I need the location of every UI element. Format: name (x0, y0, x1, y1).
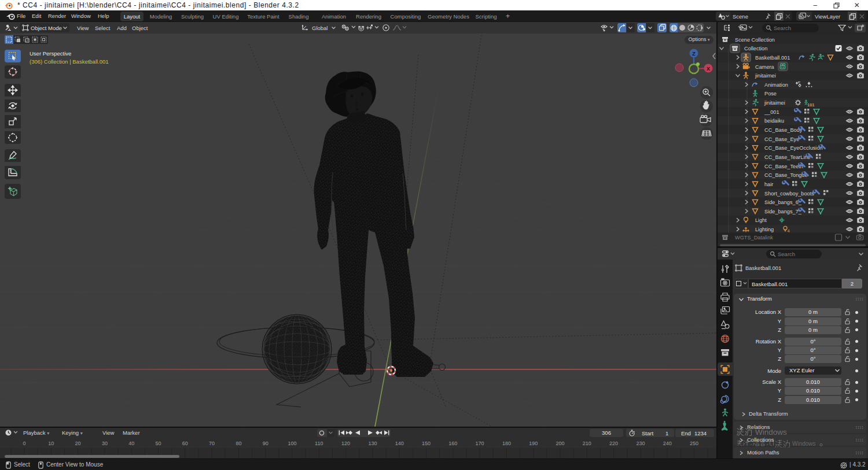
svg-text:230: 230 (636, 441, 645, 446)
svg-text:90: 90 (263, 441, 269, 446)
svg-text:X: X (707, 66, 710, 72)
svg-text:WGTS_Datalink: WGTS_Datalink (735, 235, 773, 240)
svg-text:beidaiku: beidaiku (764, 118, 784, 124)
svg-text:40: 40 (128, 441, 134, 446)
svg-text:10: 10 (48, 441, 54, 446)
svg-text:110: 110 (315, 441, 323, 446)
svg-text:30: 30 (102, 441, 108, 446)
svg-text:200: 200 (556, 441, 564, 446)
svg-text:CC_Base_EyeOcclusion: CC_Base_EyeOcclusion (764, 145, 823, 151)
svg-text:Z: Z (692, 51, 696, 57)
svg-text:220: 220 (609, 441, 618, 446)
svg-text:Light: Light (755, 217, 767, 223)
svg-text:Side_bangs_6_: Side_bangs_6_ (764, 199, 802, 205)
svg-text:CC_Base_Body: CC_Base_Body (764, 127, 803, 133)
svg-text:0: 0 (23, 441, 25, 446)
svg-text:jinitaimei: jinitaimei (755, 73, 776, 79)
svg-text:CC_Base_Tongue: CC_Base_Tongue (764, 172, 808, 178)
svg-text:150: 150 (422, 441, 431, 446)
svg-text:Side_bangs_7_: Side_bangs_7_ (764, 209, 802, 214)
svg-text:210: 210 (583, 441, 591, 446)
svg-text:80: 80 (236, 441, 241, 446)
svg-text:190: 190 (529, 441, 538, 446)
svg-text:Collection: Collection (744, 46, 767, 51)
svg-text:Scene Collection: Scene Collection (735, 37, 775, 43)
svg-text:Windows: Windows (792, 441, 816, 447)
svg-text:Lighting: Lighting (755, 227, 774, 232)
svg-text:120: 120 (341, 441, 350, 446)
svg-text:Short_cowboy_boots: Short_cowboy_boots (764, 191, 814, 197)
svg-text:Animation: Animation (764, 82, 788, 88)
svg-text:20: 20 (75, 441, 81, 446)
svg-text:170: 170 (476, 441, 484, 446)
svg-text:Camera: Camera (755, 64, 775, 70)
svg-text:100: 100 (288, 441, 296, 446)
svg-text:50: 50 (155, 441, 161, 446)
svg-text:Pose: Pose (764, 91, 777, 97)
svg-text:130: 130 (368, 441, 377, 446)
svg-text:180: 180 (502, 441, 511, 446)
svg-text:70: 70 (209, 441, 215, 446)
svg-text:CC_Base_TearLine: CC_Base_TearLine (764, 154, 811, 160)
svg-text:hair: hair (764, 182, 773, 187)
svg-text:CC_Base_Eye: CC_Base_Eye (764, 136, 799, 142)
svg-text:Windows: Windows (755, 428, 787, 436)
svg-text:CC_Base_Teeth: CC_Base_Teeth (764, 164, 803, 169)
svg-text:140: 140 (395, 441, 404, 446)
svg-text:Basketball.001: Basketball.001 (755, 55, 790, 61)
svg-text:60: 60 (182, 441, 188, 446)
svg-text:160: 160 (448, 441, 457, 446)
svg-text:jinitaimei: jinitaimei (764, 100, 785, 106)
svg-text:__001: __001 (764, 109, 779, 115)
svg-text:250: 250 (690, 441, 698, 446)
svg-text:240: 240 (663, 441, 672, 446)
